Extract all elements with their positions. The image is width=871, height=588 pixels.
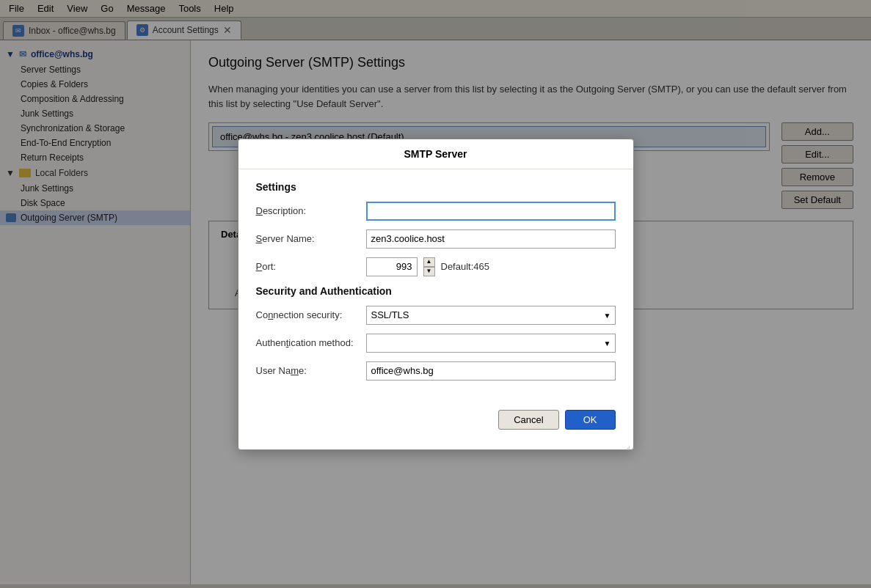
auth-method-label: Authentication method: xyxy=(256,337,366,348)
dialog-overlay: SMTP Server Settings Description: Server… xyxy=(0,0,871,588)
server-name-label: Server Name: xyxy=(256,233,366,244)
server-name-row: Server Name: xyxy=(256,229,616,249)
auth-method-select[interactable]: Normal password OAuth2 Kerberos xyxy=(366,334,616,353)
description-label: Description: xyxy=(256,205,366,216)
port-spinner: ▲ ▼ xyxy=(423,257,435,276)
security-section-title: Security and Authentication xyxy=(256,285,616,297)
port-default-text: Default:465 xyxy=(441,261,490,272)
connection-security-select-wrapper: SSL/TLS STARTTLS None ▼ xyxy=(366,306,616,325)
port-increment-button[interactable]: ▲ xyxy=(423,257,435,267)
dialog-title: SMTP Server xyxy=(238,139,633,169)
connection-security-select[interactable]: SSL/TLS STARTTLS None xyxy=(366,306,616,325)
port-wrapper: ▲ ▼ Default:465 xyxy=(366,257,490,276)
resize-handle[interactable]: ⌟ xyxy=(238,441,633,449)
username-input[interactable] xyxy=(366,361,616,381)
description-input[interactable] xyxy=(366,202,616,221)
connection-security-row: Connection security: SSL/TLS STARTTLS No… xyxy=(256,306,616,325)
dialog-footer: Cancel OK xyxy=(238,401,633,441)
connection-security-label: Connection security: xyxy=(256,309,366,320)
description-label-text: Description: xyxy=(256,205,307,216)
auth-method-select-wrapper: Normal password OAuth2 Kerberos ▼ xyxy=(366,334,616,353)
username-label: User Name: xyxy=(256,365,366,376)
cancel-button[interactable]: Cancel xyxy=(498,410,558,430)
dialog-body: Settings Description: Server Name: Port: xyxy=(238,169,633,401)
auth-method-row: Authentication method: Normal password O… xyxy=(256,334,616,353)
port-label: Port: xyxy=(256,261,366,272)
port-input[interactable] xyxy=(366,257,418,276)
ok-button[interactable]: OK xyxy=(565,410,616,430)
smtp-dialog: SMTP Server Settings Description: Server… xyxy=(238,139,634,450)
settings-section-title: Settings xyxy=(256,181,616,193)
username-row: User Name: xyxy=(256,361,616,381)
server-name-input[interactable] xyxy=(366,229,616,249)
port-decrement-button[interactable]: ▼ xyxy=(423,267,435,276)
port-row: Port: ▲ ▼ Default:465 xyxy=(256,257,616,276)
description-row: Description: xyxy=(256,202,616,221)
